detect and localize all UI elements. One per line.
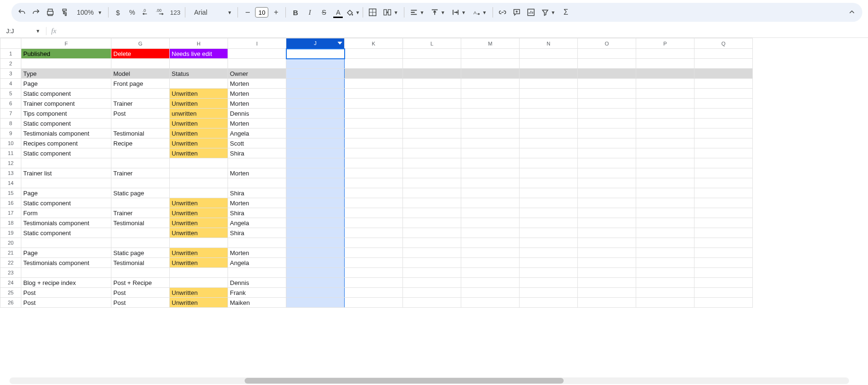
cell-K21[interactable] — [345, 248, 403, 258]
increase-decimal-button[interactable]: .00 — [154, 6, 167, 19]
cell-F21[interactable]: Page — [21, 248, 111, 258]
cell-F7[interactable]: Tips component — [21, 109, 111, 119]
cell-L15[interactable] — [403, 188, 461, 198]
cell-K11[interactable] — [345, 148, 403, 158]
cell-O16[interactable] — [578, 198, 636, 208]
cell-O2[interactable] — [578, 59, 636, 69]
cell-Q1[interactable] — [694, 49, 753, 59]
cell-N6[interactable] — [520, 99, 578, 109]
cell-F4[interactable]: Page — [21, 79, 111, 89]
cell-K7[interactable] — [345, 109, 403, 119]
cell-I18[interactable]: Angela — [228, 218, 286, 228]
italic-button[interactable]: I — [303, 6, 316, 19]
cell-I4[interactable]: Morten — [228, 79, 286, 89]
cell-J17[interactable] — [286, 208, 345, 218]
cell-H11[interactable]: Unwritten — [170, 148, 228, 158]
cell-N25[interactable] — [520, 288, 578, 298]
column-header-P[interactable]: P — [636, 38, 694, 49]
format-currency-button[interactable]: $ — [111, 6, 125, 19]
cell-I14[interactable] — [228, 178, 286, 188]
cell-P4[interactable] — [636, 79, 694, 89]
cell-I21[interactable]: Morten — [228, 248, 286, 258]
cell-L2[interactable] — [403, 59, 461, 69]
cell-Q15[interactable] — [694, 188, 753, 198]
cell-Q6[interactable] — [694, 99, 753, 109]
cell-N7[interactable] — [520, 109, 578, 119]
cell-G16[interactable] — [111, 198, 170, 208]
cell-H15[interactable] — [170, 188, 228, 198]
cell-I9[interactable]: Angela — [228, 128, 286, 138]
cell-M2[interactable] — [461, 59, 520, 69]
cell-H26[interactable]: Unwritten — [170, 298, 228, 308]
cell-H8[interactable]: Unwritten — [170, 119, 228, 128]
cell-Q26[interactable] — [694, 298, 753, 308]
cell-P21[interactable] — [636, 248, 694, 258]
cell-G9[interactable]: Testimonial — [111, 128, 170, 138]
cell-N3[interactable] — [520, 69, 578, 79]
cell-P18[interactable] — [636, 218, 694, 228]
column-menu-dropdown-icon[interactable] — [338, 42, 342, 45]
cell-Q4[interactable] — [694, 79, 753, 89]
cell-H18[interactable]: Unwritten — [170, 218, 228, 228]
cell-L5[interactable] — [403, 89, 461, 99]
cell-N5[interactable] — [520, 89, 578, 99]
cell-O10[interactable] — [578, 138, 636, 148]
cell-O6[interactable] — [578, 99, 636, 109]
cell-J12[interactable] — [286, 158, 345, 168]
cell-L23[interactable] — [403, 268, 461, 278]
cell-P1[interactable] — [636, 49, 694, 59]
row-header[interactable]: 12 — [0, 158, 21, 168]
cell-F20[interactable] — [21, 238, 111, 248]
cell-Q7[interactable] — [694, 109, 753, 119]
cell-L4[interactable] — [403, 79, 461, 89]
cell-P23[interactable] — [636, 268, 694, 278]
cell-K13[interactable] — [345, 168, 403, 178]
row-header[interactable]: 3 — [0, 69, 21, 79]
cell-P5[interactable] — [636, 89, 694, 99]
cell-G25[interactable]: Post — [111, 288, 170, 298]
cell-Q14[interactable] — [694, 178, 753, 188]
cell-Q19[interactable] — [694, 228, 753, 238]
cell-I22[interactable]: Angela — [228, 258, 286, 268]
row-header[interactable]: 15 — [0, 188, 21, 198]
cell-N17[interactable] — [520, 208, 578, 218]
cell-K17[interactable] — [345, 208, 403, 218]
cell-Q23[interactable] — [694, 268, 753, 278]
cell-K12[interactable] — [345, 158, 403, 168]
cell-J14[interactable] — [286, 178, 345, 188]
cell-F24[interactable]: Blog + recipe index — [21, 278, 111, 288]
insert-comment-button[interactable] — [510, 6, 523, 19]
cell-G26[interactable]: Post — [111, 298, 170, 308]
cell-P7[interactable] — [636, 109, 694, 119]
cell-N12[interactable] — [520, 158, 578, 168]
cell-M10[interactable] — [461, 138, 520, 148]
cell-N14[interactable] — [520, 178, 578, 188]
row-header[interactable]: 13 — [0, 168, 21, 178]
cell-M9[interactable] — [461, 128, 520, 138]
cell-Q11[interactable] — [694, 148, 753, 158]
redo-button[interactable] — [29, 6, 43, 19]
text-wrap-button[interactable]: ▼ — [449, 6, 469, 19]
cell-F16[interactable]: Static component — [21, 198, 111, 208]
cell-P25[interactable] — [636, 288, 694, 298]
cell-G18[interactable]: Testimonial — [111, 218, 170, 228]
cell-O1[interactable] — [578, 49, 636, 59]
cell-F5[interactable]: Static component — [21, 89, 111, 99]
row-header[interactable]: 8 — [0, 119, 21, 128]
font-size-input[interactable] — [255, 7, 268, 18]
cell-H24[interactable] — [170, 278, 228, 288]
cell-J5[interactable] — [286, 89, 345, 99]
cell-Q13[interactable] — [694, 168, 753, 178]
cell-H20[interactable] — [170, 238, 228, 248]
cell-K14[interactable] — [345, 178, 403, 188]
cell-G13[interactable]: Trainer — [111, 168, 170, 178]
cell-G5[interactable] — [111, 89, 170, 99]
cell-L11[interactable] — [403, 148, 461, 158]
merge-cells-button[interactable]: ▼ — [380, 6, 401, 19]
cell-Q16[interactable] — [694, 198, 753, 208]
cell-H2[interactable] — [170, 59, 228, 69]
cell-P12[interactable] — [636, 158, 694, 168]
cell-M22[interactable] — [461, 258, 520, 268]
cell-O18[interactable] — [578, 218, 636, 228]
cell-M15[interactable] — [461, 188, 520, 198]
